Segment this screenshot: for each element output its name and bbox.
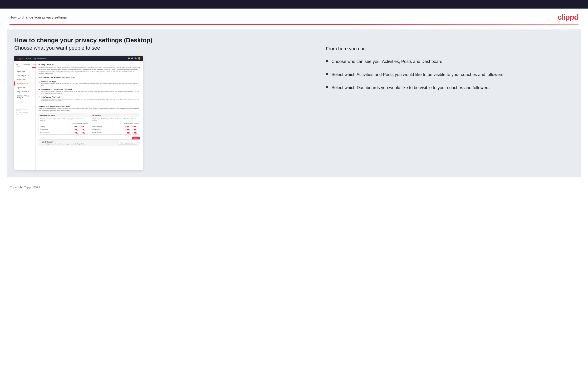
mock-external-link-icon: ↗ bbox=[134, 142, 135, 144]
mock-radio-circle-onlyyou bbox=[39, 96, 40, 98]
mock-toggle-manual-coaches[interactable] bbox=[75, 132, 78, 133]
mock-toggle-workon-coaches[interactable] bbox=[127, 132, 130, 133]
mock-radio-followers[interactable]: Only Approved Followers and Your Coach O… bbox=[39, 88, 140, 94]
mock-toggle-insights-followers[interactable] bbox=[134, 129, 137, 130]
mock-sidebar-data[interactable]: Data Integrations › bbox=[14, 73, 35, 77]
mock-privacy-controls-desc: Control how you and your data appears to… bbox=[39, 67, 140, 75]
mock-sidebar-tabs: My Profile Connections Settings bbox=[14, 63, 35, 68]
mock-nav-home: Home bbox=[26, 58, 31, 59]
mock-radio-only-you[interactable]: Only You and Your Coach Only you and the… bbox=[39, 96, 140, 102]
mock-toggle-manual-followers[interactable] bbox=[83, 132, 85, 133]
main-content: How to change your privacy settings (Des… bbox=[7, 29, 581, 177]
mock-nav: clippd Home My Performance bbox=[14, 56, 143, 61]
mock-help-desc: Visit our Clippd community to troublesho… bbox=[41, 143, 86, 145]
mock-activities-panel-desc: Select the types of activity that you'd … bbox=[39, 117, 88, 122]
mock-chevron-subscription: › bbox=[33, 79, 34, 80]
mock-logo: clippd bbox=[17, 58, 23, 60]
mock-activity-drills: Practice Drills ON ON bbox=[39, 128, 88, 131]
mock-activities-table-header: COACHES FOLLOWERS bbox=[39, 122, 88, 125]
mock-visit-community-button[interactable]: Visit Our Community ↗ bbox=[118, 141, 138, 145]
mock-activity-rounds: Rounds ON ON bbox=[39, 125, 88, 128]
mock-toggle-rounds-coaches[interactable] bbox=[75, 126, 78, 127]
footer-text: Copyright Clippd 2022 bbox=[9, 185, 40, 189]
mock-chevron-privacy: › bbox=[33, 83, 34, 84]
top-bar bbox=[0, 0, 588, 8]
mock-sidebar: My Profile Connections Settings My Accou… bbox=[14, 61, 36, 170]
mock-help-title: Help & Support bbox=[41, 141, 86, 143]
mock-activities-panel: Activities and Posts Select the types of… bbox=[39, 114, 88, 135]
mock-help-section: Help & Support Visit our Clippd communit… bbox=[39, 139, 140, 146]
mock-tab-connections[interactable]: Connections bbox=[21, 63, 32, 68]
mock-toggle-rounds-followers[interactable] bbox=[83, 126, 85, 127]
mock-sidebar-help[interactable]: Help & Support ↗ bbox=[14, 90, 35, 94]
mock-toggle-drills-followers[interactable] bbox=[83, 129, 85, 130]
header-divider bbox=[9, 24, 579, 25]
bullet-square-3 bbox=[326, 86, 328, 88]
mock-activity-manual: Manual Activities ON ON bbox=[39, 131, 88, 134]
mock-dashboard-insights: Round Insights ON ON bbox=[90, 128, 140, 131]
mock-tab-profile[interactable]: My Profile bbox=[14, 63, 21, 68]
left-section: How to change your privacy settings (Des… bbox=[14, 37, 311, 170]
bullet-list: Choose who can see your Activities, Post… bbox=[326, 59, 569, 91]
mock-chevron-account: › bbox=[33, 71, 34, 72]
mock-radio-circle-followers bbox=[39, 89, 40, 90]
mock-toggle-insights-coaches[interactable] bbox=[127, 129, 130, 130]
mock-main-panel: Privacy Controls Control how you and you… bbox=[36, 61, 143, 170]
mock-sidebar-service[interactable]: Service & Privacy Policy ↗ bbox=[14, 94, 35, 100]
mock-dashboard-workOn: What To Work On ON ON bbox=[90, 131, 140, 134]
mock-visit-community-label: Visit Our Community bbox=[120, 142, 133, 144]
page-heading: How to change your privacy settings (Des… bbox=[14, 37, 311, 44]
mock-radio-circle-everyone bbox=[39, 81, 40, 83]
mock-sidebar-subscription[interactable]: Subscription › bbox=[14, 77, 35, 82]
mock-toggle-player-followers[interactable] bbox=[134, 126, 137, 127]
header: How to change your privacy settings clip… bbox=[0, 8, 588, 24]
mock-hide-features-desc: Regardless of the privacy controls that … bbox=[39, 108, 140, 111]
mock-dashboard-player: Player Dashboard ON ON bbox=[90, 125, 140, 128]
mock-sidebar-golfbag[interactable]: My Golf Bag › bbox=[14, 85, 35, 90]
mock-privacy-controls-title: Privacy Controls bbox=[39, 63, 140, 66]
mock-chevron-data: › bbox=[33, 75, 34, 76]
bullet-item-3: Select which Dashboards you would like t… bbox=[326, 85, 569, 91]
mock-save-row: Save bbox=[39, 137, 140, 139]
mock-dashboards-panel-desc: Select the types of activity that you'd … bbox=[90, 117, 140, 122]
mock-features-grid: Activities and Posts Select the types of… bbox=[39, 114, 140, 135]
mock-toggle-workon-followers[interactable] bbox=[134, 132, 137, 133]
bullet-item-2: Select which Activities and Posts you wo… bbox=[326, 72, 569, 78]
screenshot-mockup: clippd Home My Performance My Profile Co… bbox=[14, 56, 143, 170]
right-section: From here you can: Choose who can see yo… bbox=[321, 37, 574, 170]
mock-dashboards-panel-header: Dashboards bbox=[90, 114, 140, 117]
bullet-text-2: Select which Activities and Posts you wo… bbox=[332, 72, 504, 78]
bullet-text-3: Select which Dashboards you would like t… bbox=[332, 85, 491, 91]
bullet-item-1: Choose who can see your Activities, Post… bbox=[326, 59, 569, 65]
bullet-square-1 bbox=[326, 60, 328, 62]
mock-bell-icon bbox=[135, 58, 137, 59]
mock-toggle-player-coaches[interactable] bbox=[127, 126, 130, 127]
right-heading: From here you can: bbox=[326, 46, 569, 51]
mock-body: My Profile Connections Settings My Accou… bbox=[14, 61, 143, 170]
bullet-square-2 bbox=[326, 73, 328, 75]
mock-grid-icon bbox=[131, 58, 133, 59]
mock-dashboards-panel: Dashboards Select the types of activity … bbox=[90, 114, 140, 135]
mock-hide-features-title: Show or hide specific features in Clippd bbox=[39, 104, 140, 107]
mock-sidebar-account[interactable]: My Account › bbox=[14, 69, 35, 73]
mock-save-button[interactable]: Save bbox=[132, 137, 140, 139]
mock-avatar bbox=[138, 57, 140, 60]
mock-sidebar-privacy[interactable]: Privacy Controls › bbox=[14, 82, 35, 85]
mock-search-icon bbox=[128, 58, 130, 59]
mock-radio-everyone[interactable]: Everyone on Clippd Everyone on Clippd ca… bbox=[39, 81, 140, 86]
logo: clippd bbox=[558, 13, 579, 22]
header-title: How to change your privacy settings bbox=[9, 15, 67, 19]
page-subheading: Choose what you want people to see bbox=[14, 45, 311, 51]
bullet-text-1: Choose who can see your Activities, Post… bbox=[332, 59, 444, 65]
mock-activities-panel-header: Activities and Posts bbox=[39, 114, 88, 117]
mock-toggle-drills-coaches[interactable] bbox=[75, 129, 78, 130]
mock-sidebar-version: Clippd Client Version: 2022.8.2SQL Serve… bbox=[14, 107, 35, 117]
mock-radio-group-title: Who Can See Your Activities and Dashboar… bbox=[39, 76, 140, 79]
mock-nav-icons bbox=[128, 57, 140, 60]
mock-dashboards-table-header: COACHES FOLLOWERS bbox=[90, 122, 140, 125]
mock-chevron-golfbag: › bbox=[33, 87, 34, 88]
mock-nav-performance: My Performance bbox=[34, 58, 46, 59]
footer: Copyright Clippd 2022 bbox=[0, 182, 588, 192]
